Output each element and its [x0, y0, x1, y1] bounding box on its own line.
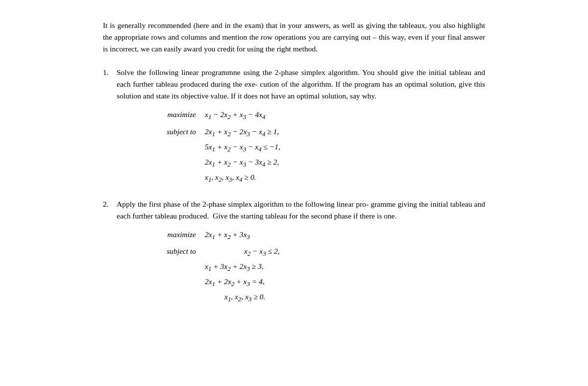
problem-1-maximize-row: maximize x1 − 2x2 + x3 − 4x4	[117, 109, 485, 121]
problem-2-constraints-block: subject to x2 − x3 ≤ 2, x1 + 3x2 + 2x3 ≥…	[117, 244, 485, 305]
problem-1-maximize-label: maximize	[146, 109, 205, 120]
problem-1-subject-label: subject to	[146, 125, 205, 137]
problem-1-description: Solve the following linear programmne us…	[117, 67, 485, 102]
problem-1-constraint-4: x1, x2, x3, x4 ≥ 0.	[205, 170, 280, 186]
problem-2-content: Apply the first phase of the 2-phase sim…	[117, 198, 485, 305]
problem-1-constraint-1: 2x1 + x2 − 2x3 − x4 ≥ 1,	[205, 125, 280, 140]
problem-2: 2. Apply the first phase of the 2-phase …	[103, 198, 485, 305]
problem-1-constraint-3: 2x1 + x2 − x3 − 3x4 ≥ 2,	[205, 155, 280, 170]
problem-1: 1. Solve the following linear programmne…	[103, 67, 485, 185]
problem-2-constraint-1: x2 − x3 ≤ 2,	[205, 244, 280, 260]
problem-2-constraint-4: x1, x2, x3 ≥ 0.	[205, 290, 280, 305]
problem-1-constraints-block: subject to 2x1 + x2 − 2x3 − x4 ≥ 1, 5x1 …	[117, 125, 485, 186]
intro-paragraph: It is generally recommended (here and in…	[103, 20, 485, 55]
problem-1-content: Solve the following linear programmne us…	[117, 67, 485, 185]
problem-1-number: 1.	[103, 67, 117, 185]
problem-2-subject-label: subject to	[146, 244, 205, 257]
page-container: It is generally recommended (here and in…	[93, 0, 495, 338]
problem-1-maximize-expr: x1 − 2x2 + x3 − 4x4	[205, 109, 266, 121]
problem-1-constraints-list: 2x1 + x2 − 2x3 − x4 ≥ 1, 5x1 + x2 − x3 −…	[205, 125, 280, 186]
problem-2-description: Apply the first phase of the 2-phase sim…	[117, 198, 485, 222]
problem-2-maximize-expr: 2x1 + x2 + 3x3	[205, 229, 250, 241]
problem-2-constraint-3: 2x1 + 2x2 + x3 = 4,	[205, 275, 280, 290]
problem-2-constraints-list: x2 − x3 ≤ 2, x1 + 3x2 + 2x3 ≥ 3, 2x1 + 2…	[205, 244, 280, 305]
problem-1-constraint-2: 5x1 + x2 − x3 − x4 ≤ −1,	[205, 140, 280, 155]
problem-2-maximize-label: maximize	[146, 229, 205, 240]
problem-2-maximize-row: maximize 2x1 + x2 + 3x3	[117, 229, 485, 241]
problem-2-number: 2.	[103, 198, 117, 305]
problem-2-constraint-2: x1 + 3x2 + 2x3 ≥ 3,	[205, 260, 280, 275]
